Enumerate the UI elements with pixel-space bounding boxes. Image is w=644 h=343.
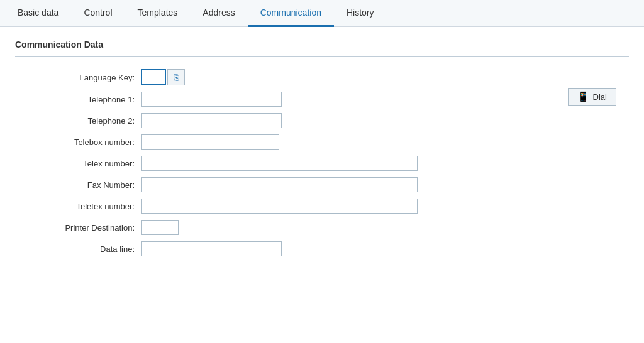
telex-input[interactable] xyxy=(141,156,418,171)
teletex-input[interactable] xyxy=(141,199,418,214)
tab-communication[interactable]: Communication xyxy=(248,0,334,27)
printer-input[interactable] xyxy=(141,220,179,235)
teletex-row: Teletex number: xyxy=(15,199,629,214)
form-area: Language Key: ⎘ Telephone 1: Telephone 2… xyxy=(15,69,629,256)
dataline-row: Data line: xyxy=(15,241,629,256)
section-divider xyxy=(15,56,629,57)
printer-label: Printer Destination: xyxy=(15,223,141,232)
telex-label: Telex number: xyxy=(15,159,141,168)
printer-row: Printer Destination: xyxy=(15,220,629,235)
telephone2-label: Telephone 2: xyxy=(15,116,141,126)
fax-label: Fax Number: xyxy=(15,180,141,190)
fax-row: Fax Number: xyxy=(15,177,629,192)
tab-basic-data[interactable]: Basic data xyxy=(5,0,71,27)
copy-icon: ⎘ xyxy=(174,72,179,82)
dial-icon: 📱 xyxy=(577,91,589,102)
telephone1-input[interactable] xyxy=(141,92,282,107)
teletex-label: Teletex number: xyxy=(15,202,141,211)
tab-address[interactable]: Address xyxy=(190,0,247,27)
language-key-input[interactable] xyxy=(141,69,166,85)
tab-bar: Basic data Control Templates Address Com… xyxy=(0,0,644,27)
dataline-label: Data line: xyxy=(15,244,141,254)
dial-button[interactable]: 📱 Dial xyxy=(568,88,616,106)
tab-history[interactable]: History xyxy=(334,0,387,27)
dial-area: 📱 Dial xyxy=(568,88,616,106)
telephone1-label: Telephone 1: xyxy=(15,95,141,104)
language-key-copy-button[interactable]: ⎘ xyxy=(167,69,185,85)
telebox-input[interactable] xyxy=(141,134,279,150)
section-title: Communication Data xyxy=(15,40,629,50)
fax-input[interactable] xyxy=(141,177,418,192)
telex-row: Telex number: xyxy=(15,156,629,171)
language-key-label: Language Key: xyxy=(15,73,141,82)
dataline-input[interactable] xyxy=(141,241,282,256)
telephone2-row: Telephone 2: xyxy=(15,113,629,128)
telebox-label: Telebox number: xyxy=(15,138,141,147)
language-key-group: ⎘ xyxy=(141,69,185,85)
telephone2-input[interactable] xyxy=(141,113,282,128)
language-key-row: Language Key: ⎘ xyxy=(15,69,629,85)
tab-templates[interactable]: Templates xyxy=(125,0,191,27)
dial-button-label: Dial xyxy=(593,92,607,102)
tab-control[interactable]: Control xyxy=(71,0,125,27)
main-content: Communication Data Language Key: ⎘ Telep… xyxy=(0,27,644,275)
telebox-row: Telebox number: xyxy=(15,134,629,150)
telephone1-row: Telephone 1: xyxy=(15,92,629,107)
